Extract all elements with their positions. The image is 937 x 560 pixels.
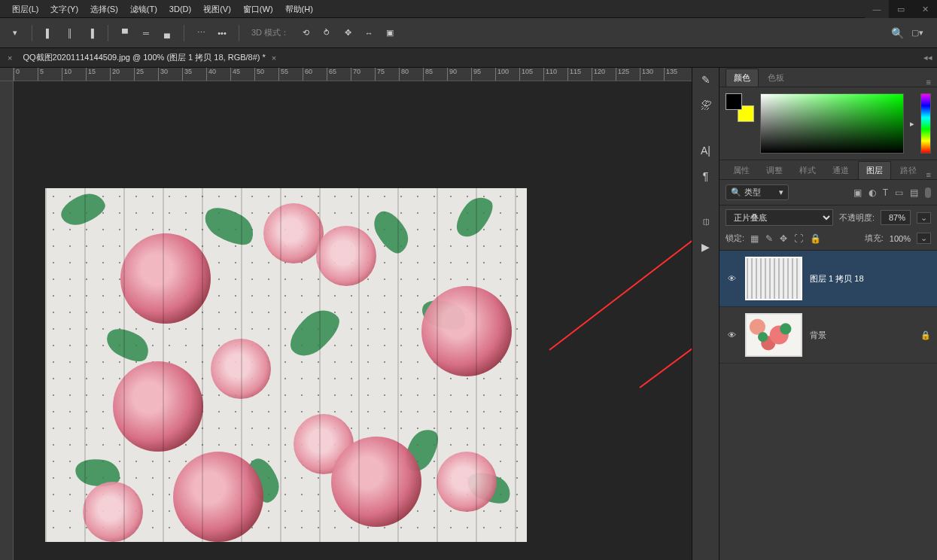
window-minimize-icon[interactable]: ― <box>865 0 889 18</box>
ruler-origin[interactable] <box>0 68 14 81</box>
menu-help[interactable]: 帮助(H) <box>279 0 319 18</box>
filter-image-icon[interactable]: ▣ <box>853 187 862 198</box>
document-tab[interactable]: QQ截图20201114144509.jpg @ 100% (图层 1 拷贝 1… <box>17 48 282 67</box>
ruler-vertical[interactable] <box>0 81 14 560</box>
color-panel-menu-icon[interactable]: ≡ <box>926 78 931 87</box>
visibility-icon[interactable]: 👁 <box>726 330 738 339</box>
ruler-horizontal[interactable]: 0510152025303540455055606570758085909510… <box>14 68 692 81</box>
glyphs-panel-icon[interactable]: ⎅ <box>698 214 713 229</box>
layer-name[interactable]: 图层 1 拷贝 18 <box>810 273 931 285</box>
collapsed-panels: ✎ ⛈ A| ¶ ⎅ ▶ <box>692 68 719 560</box>
filter-smart-icon[interactable]: ▤ <box>910 187 918 198</box>
options-bar: ▾ ▌ ║ ▐ ▀ ═ ▄ ⋯ ••• 3D 模式： ⟲ ⥁ ✥ ↔ ▣ 🔍 ▢… <box>0 18 937 48</box>
lock-label: 锁定: <box>726 233 744 244</box>
lock-paint-icon[interactable]: ✎ <box>765 233 773 244</box>
layer-name[interactable]: 背景 <box>810 330 913 341</box>
layer-thumbnail[interactable] <box>745 257 802 300</box>
foreground-color[interactable] <box>726 93 742 110</box>
canvas-area[interactable]: 0510152025303540455055606570758085909510… <box>0 68 692 560</box>
lock-row: 锁定: ▦ ✎ ✥ ⛶ 🔒 填充: 100% ⌄ <box>719 230 937 251</box>
search-icon[interactable]: 🔍 <box>891 27 904 39</box>
tab-color[interactable]: 颜色 <box>726 68 759 87</box>
layer-filter-select[interactable]: 🔍 类型 ▾ <box>726 184 789 200</box>
layers-panel-menu-icon[interactable]: ≡ <box>926 170 931 179</box>
tab-prev-icon[interactable]: × <box>8 53 17 62</box>
distribute-icon[interactable]: ⋯ <box>192 24 210 42</box>
layer-thumbnail[interactable] <box>745 313 802 357</box>
menu-view[interactable]: 视图(V) <box>197 0 237 18</box>
color-panel-tabs: 颜色 色板 ≡ <box>719 68 937 87</box>
fill-chevron-icon[interactable]: ⌄ <box>917 233 931 244</box>
crop-preset-icon[interactable]: ▾ <box>6 24 24 42</box>
tab-adjustments[interactable]: 调整 <box>759 162 790 179</box>
menu-text[interactable]: 文字(Y) <box>44 0 84 18</box>
camera-icon[interactable]: ▣ <box>381 24 399 42</box>
tab-channels[interactable]: 通道 <box>825 162 856 179</box>
color-picker-field[interactable] <box>760 93 904 154</box>
layers-filter-row: 🔍 类型 ▾ ▣ ◐ T ▭ ▤ <box>719 180 937 205</box>
lock-pixels-icon[interactable]: ▦ <box>750 233 759 244</box>
align-hcenter-icon[interactable]: ║ <box>61 24 79 42</box>
lock-all-icon[interactable]: 🔒 <box>810 233 821 244</box>
document-tab-title: QQ截图20201114144509.jpg @ 100% (图层 1 拷贝 1… <box>23 52 265 63</box>
lock-position-icon[interactable]: ✥ <box>780 233 787 244</box>
filter-adjust-icon[interactable]: ◐ <box>869 187 876 198</box>
3d-mode-label: 3D 模式： <box>247 27 294 38</box>
tab-swatches[interactable]: 色板 <box>760 69 792 87</box>
fill-value[interactable]: 100% <box>890 234 911 243</box>
brush-settings-icon[interactable]: ⛈ <box>698 98 713 113</box>
align-vcenter-icon[interactable]: ═ <box>137 24 155 42</box>
tab-layers[interactable]: 图层 <box>858 161 891 179</box>
tab-paths[interactable]: 路径 <box>893 162 924 179</box>
window-restore-icon[interactable]: ▭ <box>889 0 913 18</box>
visibility-icon[interactable]: 👁 <box>726 274 738 283</box>
align-bottom-icon[interactable]: ▄ <box>158 24 176 42</box>
blend-mode-select[interactable]: 正片叠底 <box>726 209 833 226</box>
play-panel-icon[interactable]: ▶ <box>698 239 713 254</box>
hue-slider[interactable] <box>920 93 931 154</box>
fg-bg-swatch[interactable] <box>726 93 754 122</box>
more-icon[interactable]: ••• <box>213 24 231 42</box>
menu-filter[interactable]: 滤镜(T) <box>124 0 163 18</box>
layer-row[interactable]: 👁 背景 🔒 <box>719 307 937 364</box>
right-panels: 颜色 色板 ≡ ▸ 属性 调整 样式 通道 图层 路径 ≡ 🔍 类 <box>719 68 937 560</box>
blend-mode-row: 正片叠底 不透明度: 87% ⌄ <box>719 205 937 230</box>
fill-label: 填充: <box>865 233 884 244</box>
roll-icon[interactable]: ⥁ <box>318 24 336 42</box>
menu-window[interactable]: 窗口(W) <box>237 0 279 18</box>
character-panel-icon[interactable]: A| <box>698 143 713 158</box>
layer-filter-label: 类型 <box>744 187 761 198</box>
document-tab-bar: × QQ截图20201114144509.jpg @ 100% (图层 1 拷贝… <box>0 48 937 68</box>
menu-bar: 图层(L) 文字(Y) 选择(S) 滤镜(T) 3D(D) 视图(V) 窗口(W… <box>0 0 937 18</box>
screen-mode-icon[interactable]: ▢▾ <box>911 28 923 38</box>
tab-styles[interactable]: 样式 <box>792 162 823 179</box>
annotation-arrow-opacity <box>632 207 692 395</box>
align-left-icon[interactable]: ▌ <box>40 24 58 42</box>
orbit-icon[interactable]: ⟲ <box>297 24 315 42</box>
window-close-icon[interactable]: ✕ <box>913 0 937 18</box>
svg-line-2 <box>640 213 692 388</box>
opacity-value[interactable]: 87% <box>881 210 911 225</box>
filter-toggle-icon[interactable] <box>925 187 931 198</box>
collapse-panels-icon[interactable]: ◂◂ <box>923 53 937 62</box>
pan-icon[interactable]: ✥ <box>339 24 357 42</box>
align-top-icon[interactable]: ▀ <box>116 24 134 42</box>
menu-select[interactable]: 选择(S) <box>84 0 124 18</box>
lock-artboard-icon[interactable]: ⛶ <box>794 233 803 244</box>
layer-row[interactable]: 👁 图层 1 拷贝 18 <box>719 251 937 307</box>
lock-icon: 🔒 <box>920 330 931 340</box>
close-tab-icon[interactable]: × <box>272 53 276 62</box>
brush-panel-icon[interactable]: ✎ <box>698 72 713 87</box>
filter-text-icon[interactable]: T <box>883 187 888 198</box>
opacity-chevron-icon[interactable]: ⌄ <box>917 212 931 224</box>
menu-3d[interactable]: 3D(D) <box>163 0 197 18</box>
filter-shape-icon[interactable]: ▭ <box>895 187 903 198</box>
opacity-label: 不透明度: <box>839 212 875 224</box>
align-right-icon[interactable]: ▐ <box>82 24 100 42</box>
paragraph-panel-icon[interactable]: ¶ <box>698 169 713 184</box>
slide-icon[interactable]: ↔ <box>360 24 378 42</box>
tab-properties[interactable]: 属性 <box>726 162 757 179</box>
menu-layer[interactable]: 图层(L) <box>6 0 44 18</box>
document-canvas[interactable] <box>45 188 527 542</box>
color-panel: ▸ <box>719 87 937 160</box>
